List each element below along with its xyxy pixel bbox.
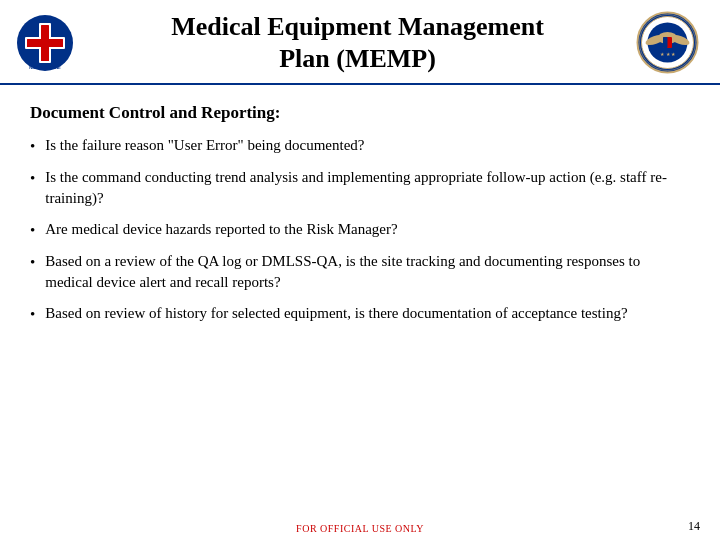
bullet-dot-5: •	[30, 304, 35, 325]
bullet-dot-2: •	[30, 168, 35, 189]
section-title: Document Control and Reporting:	[30, 103, 690, 123]
bullet-dot-1: •	[30, 136, 35, 157]
list-item: • Is the command conducting trend analys…	[30, 167, 690, 209]
svg-rect-13	[663, 37, 668, 48]
list-item: • Are medical device hazards reported to…	[30, 219, 690, 241]
bullet-text-3: Are medical device hazards reported to t…	[45, 219, 690, 240]
svg-rect-4	[27, 39, 63, 47]
list-item: • Based on a review of the QA log or DML…	[30, 251, 690, 293]
header: NAVY MEDICINE Medical Equipment Manageme…	[0, 0, 720, 85]
bullet-text-5: Based on review of history for selected …	[45, 303, 690, 324]
page: NAVY MEDICINE Medical Equipment Manageme…	[0, 0, 720, 540]
list-item: • Is the failure reason "User Error" bei…	[30, 135, 690, 157]
svg-text:NAVY MEDICINE: NAVY MEDICINE	[29, 65, 61, 70]
main-content: Document Control and Reporting: • Is the…	[0, 85, 720, 517]
page-number: 14	[688, 519, 700, 534]
bullet-dot-4: •	[30, 252, 35, 273]
bullet-text-2: Is the command conducting trend analysis…	[45, 167, 690, 209]
navy-medicine-logo: NAVY MEDICINE	[10, 13, 80, 73]
svg-text:★ ★ ★: ★ ★ ★	[660, 52, 676, 57]
footer: FOR OFFICIAL USE ONLY 14	[0, 517, 720, 540]
list-item: • Based on review of history for selecte…	[30, 303, 690, 325]
title-line1: Medical Equipment Management Plan (MEMP)	[80, 11, 635, 73]
bullet-text-1: Is the failure reason "User Error" being…	[45, 135, 690, 156]
bullet-dot-3: •	[30, 220, 35, 241]
bullet-list: • Is the failure reason "User Error" bei…	[30, 135, 690, 325]
bullet-text-4: Based on a review of the QA log or DMLSS…	[45, 251, 690, 293]
header-title: Medical Equipment Management Plan (MEMP)	[80, 11, 635, 73]
navy-seal-logo: ★ ★ ★	[635, 10, 700, 75]
official-use-label: FOR OFFICIAL USE ONLY	[296, 523, 424, 534]
